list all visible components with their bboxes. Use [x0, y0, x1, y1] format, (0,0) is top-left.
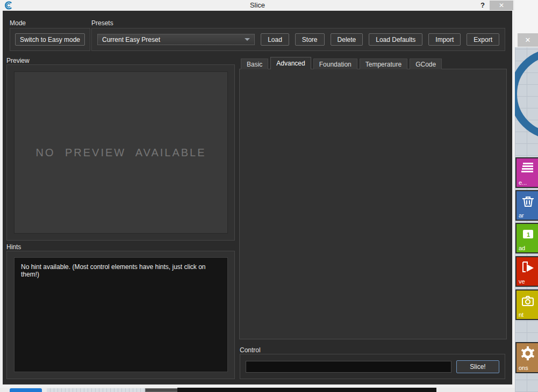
- settings-tabs: Basic Advanced Foundation Temperature GC…: [241, 57, 444, 69]
- no-preview-text: NO PREVIEW AVAILABLE: [35, 147, 206, 159]
- tab-basic[interactable]: Basic: [241, 59, 268, 69]
- background-load-button[interactable]: 1 ad: [515, 223, 538, 253]
- preview-group: NO PREVIEW AVAILABLE: [6, 64, 235, 241]
- side-button-label: ons: [519, 365, 528, 371]
- slice-button[interactable]: Slice!: [456, 360, 499, 373]
- side-button-label: nt: [519, 311, 523, 318]
- background-print-button[interactable]: nt: [515, 289, 538, 320]
- side-button-label: e...: [519, 179, 527, 186]
- background-toolbar: [47, 388, 145, 392]
- slice-dialog: Slice ? ✕ Mode Switch to Easy mode Prese…: [0, 0, 515, 388]
- export-button[interactable]: Export: [467, 33, 499, 46]
- advanced-tab-panel: [239, 69, 507, 339]
- titlebar[interactable]: Slice ? ✕: [0, 0, 515, 11]
- preview-canvas: NO PREVIEW AVAILABLE: [14, 71, 228, 234]
- switch-easy-mode-button[interactable]: Switch to Easy mode: [15, 33, 85, 46]
- preview-label: Preview: [6, 57, 30, 64]
- background-blue-button: [10, 388, 42, 392]
- control-group: Slice!: [240, 354, 505, 379]
- background-dark-panel: [177, 388, 436, 392]
- slice-progress-bar: [246, 361, 451, 373]
- slice-lines-icon: [520, 161, 535, 176]
- load-button[interactable]: Load: [261, 33, 289, 46]
- presets-label: Presets: [91, 19, 113, 27]
- background-clear-button[interactable]: ar: [515, 190, 538, 221]
- save-play-icon: [520, 260, 535, 275]
- camera-icon: [520, 293, 535, 308]
- load-defaults-button[interactable]: Load Defaults: [369, 33, 422, 46]
- side-button-label: ar: [519, 212, 524, 219]
- svg-text:1: 1: [527, 231, 530, 238]
- close-icon: ✕: [499, 2, 504, 9]
- hint-text: No hint available. (Most control element…: [21, 263, 206, 278]
- window-title: Slice: [0, 1, 515, 9]
- delete-button[interactable]: Delete: [331, 33, 363, 46]
- mode-group: Switch to Easy mode: [10, 28, 90, 51]
- background-save-button[interactable]: ve: [515, 256, 538, 287]
- background-options-button[interactable]: ons: [515, 342, 538, 373]
- store-button[interactable]: Store: [295, 33, 325, 46]
- preset-select[interactable]: Current Easy Preset: [97, 34, 255, 45]
- tab-gcode[interactable]: GCode: [410, 59, 442, 69]
- gear-icon: [520, 346, 535, 361]
- close-button[interactable]: ✕: [490, 1, 513, 10]
- dialog-body: Mode Switch to Easy mode Presets Current…: [3, 11, 512, 384]
- preset-selected-value: Current Easy Preset: [102, 36, 160, 43]
- presets-group: Current Easy Preset Load Store Delete Lo…: [91, 28, 505, 51]
- close-icon: ✕: [525, 36, 531, 44]
- hints-group: No hint available. (Most control element…: [6, 251, 235, 379]
- background-slice-button[interactable]: e...: [515, 157, 538, 188]
- background-bottom-bar: [0, 388, 515, 392]
- tab-foundation[interactable]: Foundation: [313, 59, 357, 69]
- tab-temperature[interactable]: Temperature: [360, 59, 407, 69]
- hints-text-area: No hint available. (Most control element…: [14, 257, 228, 372]
- mode-label: Mode: [10, 19, 26, 27]
- control-label: Control: [240, 346, 261, 354]
- chevron-down-icon: [245, 38, 250, 41]
- side-button-label: ve: [519, 278, 525, 285]
- side-button-label: ad: [519, 245, 525, 251]
- tab-advanced[interactable]: Advanced: [270, 57, 311, 69]
- import-button[interactable]: Import: [428, 33, 461, 46]
- hints-label: Hints: [6, 243, 21, 251]
- trash-icon: [520, 194, 535, 209]
- background-close-button[interactable]: ✕: [518, 33, 538, 47]
- help-button[interactable]: ?: [480, 1, 485, 9]
- load-box-icon: 1: [520, 227, 535, 242]
